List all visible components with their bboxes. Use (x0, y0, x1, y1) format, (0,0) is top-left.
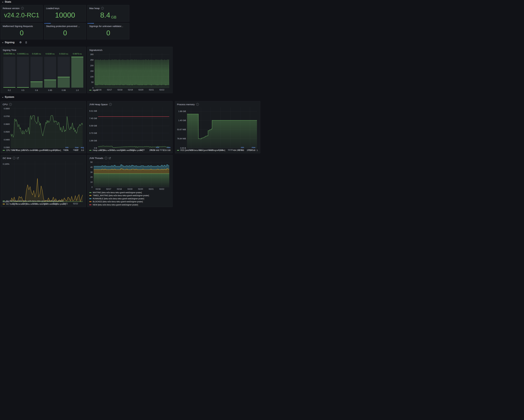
gridlines (98, 107, 169, 148)
x-tick-label: 02/17 (199, 149, 203, 151)
x-tick-label: 02/17 (23, 149, 27, 151)
panel-title: Max heap (89, 7, 100, 9)
panel-malformed-signing-requests: Malformed Signing Requests 0 (1, 23, 43, 39)
panel-signatures-per-second: Signatures/s 02/1602/1702/1802/1902/2002… (87, 47, 173, 93)
x-tick-label: 02/21 (150, 149, 155, 151)
histogram-bucket[interactable]: 0.0230 ms0.95 (44, 53, 56, 91)
bucket-value: 0.0230 ms (44, 53, 56, 56)
y-tick-label: 0.0800 (4, 108, 10, 110)
jvm-threads-plot[interactable]: 02/1602/1702/1802/1902/2002/2102/2250403… (89, 160, 171, 190)
legend-swatch[interactable] (89, 198, 91, 199)
panel-jvm-threads: JVM Threads i 02/1602/1702/1802/1902/200… (87, 155, 173, 207)
histogram-bucket[interactable]: 0.0180 ms0.8 (30, 53, 43, 91)
bucket-label: 0.2 (3, 88, 15, 91)
gc-time-plot[interactable]: 02/1602/1702/1802/1902/2002/2102/220.100… (3, 160, 84, 205)
x-tick-label: 02/21 (149, 188, 154, 190)
legend-swatch[interactable] (89, 205, 91, 205)
histogram-bucket[interactable]: 0.000951 ms0.5 (17, 53, 29, 91)
x-tick-label: 02/19 (43, 149, 48, 151)
histogram-bucket[interactable]: 0.000799 ms0.2 (3, 53, 15, 91)
histogram-bucket[interactable]: 0.0310 ms0.99 (58, 53, 70, 91)
x-tick-label: 02/17 (22, 203, 27, 205)
x-tick-label: 02/16 (96, 89, 101, 91)
stat-value: 10000 (55, 11, 75, 19)
x-tick-label: 02/18 (33, 149, 38, 151)
panel-loading-indicator (87, 23, 94, 24)
panel-loaded-keys: Loaded keys 10000 (44, 5, 86, 22)
legend-item: RUNNABLE [teku-w3s-besu-teku-goerli-web3… (89, 197, 171, 200)
section-header-signing[interactable]: Signing ⚙ (2, 41, 27, 44)
info-icon[interactable]: i (196, 103, 199, 106)
section-header-system[interactable]: System (2, 95, 14, 99)
cpu-chart[interactable]: 02/1602/1702/1802/1902/2002/2102/220.080… (3, 106, 84, 146)
y-tick-label: 150 (90, 70, 94, 72)
signing-time-histogram[interactable]: 0.000799 ms0.20.000951 ms0.50.0180 ms0.8… (3, 52, 84, 92)
gear-icon[interactable]: ⚙ (19, 41, 22, 44)
y-tick-label: 3.73 GiB (89, 132, 97, 134)
y-tick-label: 30 (90, 171, 93, 173)
info-icon[interactable]: i (21, 7, 24, 9)
series (94, 165, 169, 187)
external-link-icon[interactable] (109, 157, 111, 159)
bucket-bar (17, 57, 29, 88)
bucket-label: 1.0 (71, 88, 83, 91)
info-icon[interactable]: i (105, 157, 107, 159)
legend-label[interactable]: BLOCKED [teku-w3s-besu-teku-goerli-web3s… (93, 201, 171, 203)
external-link-icon[interactable] (17, 157, 19, 159)
y-tick-label: 953.67 MiB (177, 129, 186, 131)
process-memory-chart[interactable]: 02/1602/1702/1802/1902/2002/2102/221.86 … (177, 106, 258, 146)
x-tick-label: 02/16 (189, 149, 193, 151)
histogram-bucket[interactable]: 0.0873 ms1.0 (71, 53, 83, 91)
x-tick-label: 02/16 (13, 149, 17, 151)
x-tick-label: 02/20 (228, 149, 233, 151)
bucket-value: 0.000799 ms (3, 53, 15, 56)
panel-slashing-protection-prevented: Slashing protection prevented ... 0 (44, 23, 86, 39)
x-tick-label: 02/22 (159, 188, 164, 190)
panel-title: GC time (3, 157, 11, 159)
process-memory-plot[interactable]: 02/1602/1702/1802/1902/2002/2102/221.86 … (177, 106, 258, 151)
bucket-label: 0.8 (30, 88, 43, 91)
panel-title: Slashing protection prevented ... (46, 25, 80, 27)
x-tick-label: 02/20 (140, 149, 145, 151)
y-tick-label: 0.000% (3, 201, 9, 203)
gc-time-chart[interactable]: 02/1602/1702/1802/1902/2002/2102/220.100… (3, 160, 84, 199)
info-icon[interactable]: i (13, 157, 15, 159)
x-tick-label: 02/18 (33, 203, 37, 205)
cpu-plot[interactable]: 02/1602/1702/1802/1902/2002/2102/220.080… (3, 106, 84, 151)
legend-label[interactable]: RUNNABLE [teku-w3s-besu-teku-goerli-web3… (93, 197, 171, 200)
x-tick-label: 02/18 (117, 89, 122, 91)
info-icon[interactable]: i (101, 7, 104, 9)
stat-unit: GB (111, 15, 116, 19)
y-tick-label: 0.00 B (180, 147, 186, 149)
panel-title: Process memory (177, 103, 195, 106)
legend-label[interactable]: TIMED_WAITING [teku-w3s-besu-teku-goerli… (93, 194, 171, 197)
series (187, 114, 257, 148)
legend-swatch[interactable] (89, 201, 91, 202)
panel-cpu: CPUi 02/1602/1702/1802/1902/2002/2102/22… (1, 101, 86, 153)
x-tick-label: 02/16 (12, 203, 17, 205)
jvm-threads-chart[interactable]: 02/1602/1702/1802/1902/2002/2102/2250403… (89, 160, 171, 190)
jvm-heap-space-plot[interactable]: 02/1602/1702/1802/1902/2002/2102/229.31 … (89, 106, 171, 151)
x-tick-label: 02/17 (106, 188, 111, 190)
info-icon[interactable]: i (109, 103, 112, 106)
y-tick-label: 0.0700 (4, 115, 10, 118)
legend-swatch[interactable] (89, 195, 91, 196)
trash-icon[interactable] (25, 41, 27, 44)
signatures-s-plot[interactable]: 02/1602/1702/1802/1902/2002/2102/2230025… (89, 52, 171, 91)
legend-label[interactable]: NEW [teku-w3s-besu-teku-goerli-web3signe… (93, 204, 171, 206)
panel-title: Signings for unknown validator... (89, 25, 123, 27)
info-icon[interactable]: i (9, 103, 12, 106)
stat-value: v24.2.0-RC1 (4, 12, 39, 18)
signatures-chart[interactable]: 02/1602/1702/1802/1902/2002/2102/2230025… (89, 52, 171, 88)
legend-swatch[interactable] (89, 192, 91, 193)
bucket-bar (44, 57, 56, 88)
bucket-value: 0.000951 ms (17, 53, 29, 56)
jvm-heap-chart[interactable]: 02/1602/1702/1802/1902/2002/2102/229.31 … (89, 106, 171, 146)
y-tick-label: 1.40 GiB (178, 119, 186, 121)
section-header-stats[interactable]: Stats (2, 0, 11, 3)
x-tick-label: 02/21 (63, 203, 68, 205)
x-tick-label: 02/17 (110, 149, 114, 151)
bucket-bar (3, 57, 15, 88)
legend-label[interactable]: WAITING [teku-w3s-besu-teku-goerli-web3s… (93, 191, 171, 194)
x-tick-label: 02/20 (139, 89, 143, 91)
